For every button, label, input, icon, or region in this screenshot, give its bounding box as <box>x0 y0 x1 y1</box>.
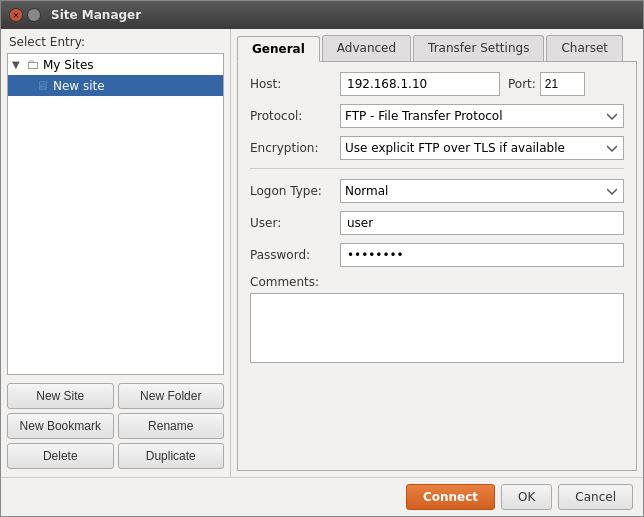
logon-type-row: Logon Type: Anonymous Normal Ask for pas… <box>250 179 624 203</box>
comments-textarea[interactable] <box>250 293 624 363</box>
connect-button[interactable]: Connect <box>406 484 495 510</box>
new-site-button[interactable]: New Site <box>7 383 114 409</box>
encryption-select[interactable]: Use explicit FTP over TLS if available R… <box>340 136 624 160</box>
password-row: Password: <box>250 243 624 267</box>
host-label: Host: <box>250 77 340 91</box>
bottom-bar: Connect OK Cancel <box>1 477 643 516</box>
left-buttons: New Site New Folder New Bookmark Rename … <box>1 379 230 477</box>
port-label: Port: <box>508 77 536 91</box>
titlebar-controls: × <box>9 8 41 22</box>
host-input[interactable] <box>340 72 500 96</box>
minimize-button[interactable] <box>27 8 41 22</box>
expand-icon: ▼ <box>12 59 26 70</box>
titlebar: × Site Manager <box>1 1 643 29</box>
separator <box>250 168 624 169</box>
rename-button[interactable]: Rename <box>118 413 225 439</box>
folder-icon: 🗀 <box>26 57 39 72</box>
tree-root-row[interactable]: ▼ 🗀 My Sites <box>8 54 223 75</box>
logon-type-select[interactable]: Anonymous Normal Ask for password Intera… <box>340 179 624 203</box>
tree-site-label: New site <box>53 79 105 93</box>
password-input[interactable] <box>340 243 624 267</box>
close-icon: × <box>12 10 20 20</box>
logon-type-label: Logon Type: <box>250 184 340 198</box>
port-input[interactable] <box>540 72 585 96</box>
comments-label: Comments: <box>250 275 624 289</box>
left-panel: Select Entry: ▼ 🗀 My Sites 🖥 New site Ne… <box>1 29 231 477</box>
main-content: Select Entry: ▼ 🗀 My Sites 🖥 New site Ne… <box>1 29 643 477</box>
window-title: Site Manager <box>51 8 635 22</box>
host-row: Host: Port: <box>250 72 624 96</box>
tab-charset[interactable]: Charset <box>546 35 623 61</box>
delete-button[interactable]: Delete <box>7 443 114 469</box>
close-button[interactable]: × <box>9 8 23 22</box>
user-input[interactable] <box>340 211 624 235</box>
user-label: User: <box>250 216 340 230</box>
site-icon: 🖥 <box>36 78 49 93</box>
tree-root-label: My Sites <box>43 58 94 72</box>
tabs: General Advanced Transfer Settings Chars… <box>237 35 637 62</box>
protocol-label: Protocol: <box>250 109 340 123</box>
password-label: Password: <box>250 248 340 262</box>
comments-section: Comments: <box>250 275 624 366</box>
tree-area[interactable]: ▼ 🗀 My Sites 🖥 New site <box>7 53 224 375</box>
form-area: Host: Port: Protocol: FTP - File Transfe… <box>237 62 637 471</box>
duplicate-button[interactable]: Duplicate <box>118 443 225 469</box>
tab-advanced[interactable]: Advanced <box>322 35 411 61</box>
new-bookmark-button[interactable]: New Bookmark <box>7 413 114 439</box>
cancel-button[interactable]: Cancel <box>558 484 633 510</box>
encryption-row: Encryption: Use explicit FTP over TLS if… <box>250 136 624 160</box>
select-entry-label: Select Entry: <box>1 29 230 53</box>
protocol-select[interactable]: FTP - File Transfer Protocol SFTP - SSH … <box>340 104 624 128</box>
encryption-label: Encryption: <box>250 141 340 155</box>
site-manager-window: × Site Manager Select Entry: ▼ 🗀 My Site… <box>0 0 644 517</box>
protocol-row: Protocol: FTP - File Transfer Protocol S… <box>250 104 624 128</box>
ok-button[interactable]: OK <box>501 484 552 510</box>
right-panel: General Advanced Transfer Settings Chars… <box>231 29 643 477</box>
user-row: User: <box>250 211 624 235</box>
new-folder-button[interactable]: New Folder <box>118 383 225 409</box>
tab-transfer-settings[interactable]: Transfer Settings <box>413 35 544 61</box>
tree-site-row[interactable]: 🖥 New site <box>8 75 223 96</box>
tab-general[interactable]: General <box>237 36 320 62</box>
